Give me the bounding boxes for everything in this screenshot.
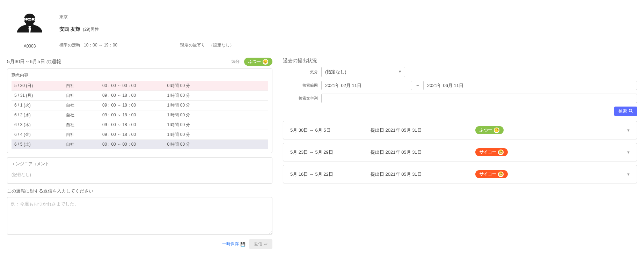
history-range: 5月 30日 ～ 6月 5日 [290,127,371,133]
history-submitted: 提出日 2021年 05月 31日 [371,127,475,133]
cell-date: 5 / 30 (日) [12,81,63,91]
mood-face-icon: 🙂 [263,59,268,65]
cell-location: 自社 [63,120,100,130]
search-label: 検索 [619,108,627,114]
history-item[interactable]: 5月 16日 ～ 5月 22日提出日 2021年 05月 31日サイコー 😄▾ [283,165,637,183]
filter-mood-select[interactable]: (指定なし) [321,67,405,77]
mood-face-icon: 😄 [498,150,504,155]
chevron-down-icon[interactable]: ▾ [627,150,630,155]
engineer-comment-empty: (記載なし) [12,170,268,180]
cell-time: 09：00 ～ 18：00 [100,130,164,140]
history-submitted: 提出日 2021年 05月 31日 [371,149,475,155]
avatar-icon [14,10,45,42]
mood-badge: ふつー 🙂 [244,58,272,66]
table-row: 6 / 1 (火)自社09：00 ～ 18：001 時間 00 分 [12,101,268,110]
profile-location: 東京 [59,14,637,20]
cell-date: 6 / 4 (金) [12,130,63,140]
cell-date: 5 / 31 (月) [12,91,63,101]
reply-label: この週報に対する返信を入力してください [7,188,272,194]
attendance-table: 5 / 30 (日)自社00：00 ～ 00：000 時間 00 分5 / 31… [12,81,268,149]
cell-duration: 1 時間 00 分 [164,110,268,120]
search-icon [629,109,633,114]
attendance-card: 勤怠内容 5 / 30 (日)自社00：00 ～ 00：000 時間 00 分5… [7,68,272,153]
cell-date: 6 / 5 (土) [12,140,63,150]
draft-save-label: 一時保存 [222,241,239,247]
profile-id: A0003 [10,44,49,49]
draft-save-button[interactable]: 一時保存 💾 [222,241,246,247]
history-range: 5月 16日 ～ 5月 22日 [290,171,371,177]
cell-location: 自社 [63,101,100,110]
table-row: 6 / 5 (土)自社00：00 ～ 00：000 時間 00 分 [12,140,268,150]
profile-header: A0003 東京 安西 友輝 (29)男性 標準の定時 10：00 ～ 19：0… [7,7,637,56]
profile-age-gender: (29)男性 [83,27,99,32]
filter-text-label: 検索文字列 [283,96,318,101]
chevron-down-icon[interactable]: ▾ [627,172,630,177]
save-icon: 💾 [240,242,246,247]
history-range: 5月 23日 ～ 5月 29日 [290,149,371,155]
cell-location: 自社 [63,110,100,120]
filter-date-to[interactable] [423,81,637,90]
cell-date: 6 / 2 (水) [12,110,63,120]
history-mood-badge: ふつー 🙂 [475,126,504,134]
cell-duration: 1 時間 00 分 [164,101,268,110]
std-hours-label: 標準の定時 [59,43,80,48]
report-title-row: 5月30日～6月5日 の週報 気分: ふつー 🙂 [7,58,272,66]
std-hours-value: 10：00 ～ 19：00 [84,43,117,48]
filter-mood-label: 気分 [283,70,318,75]
table-row: 5 / 30 (日)自社00：00 ～ 00：000 時間 00 分 [12,81,268,91]
table-row: 5 / 31 (月)自社09：00 ～ 18：001 時間 00 分 [12,91,268,101]
avatar-block: A0003 [10,10,49,49]
history-title: 過去の提出状況 [283,58,637,64]
filter-text-input[interactable] [321,94,637,103]
history-submitted: 提出日 2021年 05月 31日 [371,171,475,177]
history-item[interactable]: 5月 23日 ～ 5月 29日提出日 2021年 05月 31日サイコー 😄▾ [283,143,637,161]
cell-duration: 1 時間 00 分 [164,120,268,130]
table-row: 6 / 2 (水)自社09：00 ～ 18：001 時間 00 分 [12,110,268,120]
cell-location: 自社 [63,91,100,101]
history-mood-badge: サイコー 😄 [475,148,508,156]
svg-point-6 [629,109,632,112]
attendance-title: 勤怠内容 [12,72,268,78]
cell-location: 自社 [63,140,100,150]
cell-duration: 1 時間 00 分 [164,130,268,140]
history-mood-badge: サイコー 😄 [475,170,508,178]
nearest-value: （設定なし） [209,43,234,48]
send-button[interactable]: 返信 ↩ [249,239,272,249]
cell-duration: 0 時間 00 分 [164,140,268,150]
mood-face-icon: 🙂 [494,128,499,133]
mood-label: 気分: [231,59,241,64]
profile-info: 東京 安西 友輝 (29)男性 標準の定時 10：00 ～ 19：00 現場の最… [59,10,637,49]
mood-face-icon: 😄 [498,172,504,177]
cell-time: 09：00 ～ 18：00 [100,91,164,101]
cell-time: 09：00 ～ 18：00 [100,101,164,110]
nearest-label: 現場の最寄り [180,43,205,48]
cell-location: 自社 [63,81,100,91]
cell-time: 09：00 ～ 18：00 [100,120,164,130]
cell-time: 00：00 ～ 00：00 [100,81,164,91]
engineer-comment-card: エンジニアコメント (記載なし) [7,157,272,184]
reply-textarea[interactable] [7,197,272,235]
cell-date: 6 / 3 (木) [12,120,63,130]
svg-line-7 [631,111,632,112]
search-button[interactable]: 検索 [614,107,637,116]
range-tilde: ～ [416,82,420,88]
reply-arrow-icon: ↩ [264,242,268,247]
send-label: 返信 [254,241,262,247]
history-item[interactable]: 5月 30日 ～ 6月 5日提出日 2021年 05月 31日ふつー 🙂▾ [283,121,637,139]
cell-time: 09：00 ～ 18：00 [100,110,164,120]
cell-duration: 0 時間 00 分 [164,81,268,91]
profile-name: 安西 友輝 [59,26,80,32]
table-row: 6 / 3 (木)自社09：00 ～ 18：001 時間 00 分 [12,120,268,130]
cell-date: 6 / 1 (火) [12,101,63,110]
table-row: 6 / 4 (金)自社09：00 ～ 18：001 時間 00 分 [12,130,268,140]
cell-duration: 1 時間 00 分 [164,91,268,101]
mood-text: ふつー [248,59,261,65]
chevron-down-icon[interactable]: ▾ [627,128,630,133]
engineer-comment-title: エンジニアコメント [12,161,268,167]
cell-location: 自社 [63,130,100,140]
filter-date-from[interactable] [321,81,412,90]
report-title: 5月30日～6月5日 の週報 [7,59,61,65]
cell-time: 00：00 ～ 00：00 [100,140,164,150]
filter-range-label: 検索範囲 [283,83,318,88]
